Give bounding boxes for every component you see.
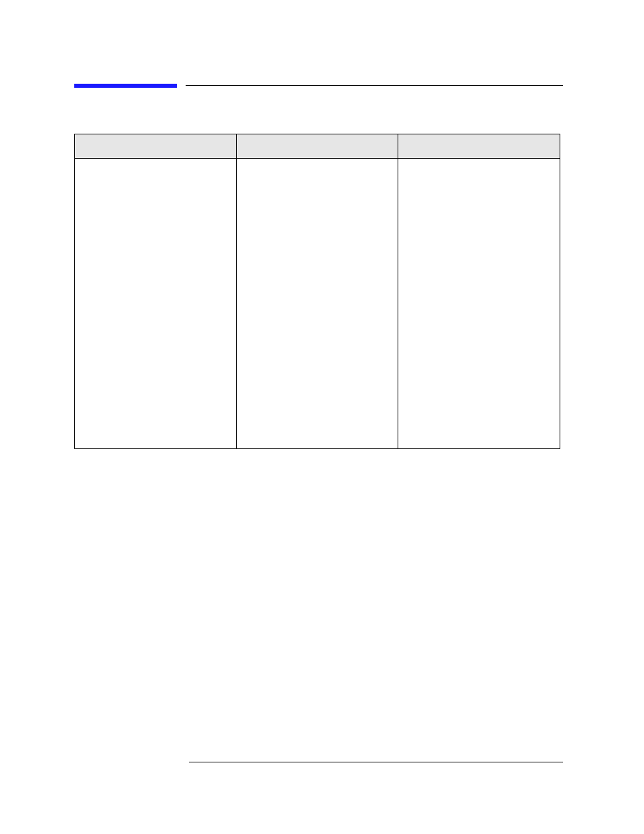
table-header-row (75, 134, 560, 159)
header-thin-rule (186, 85, 563, 86)
footer-rule (189, 762, 563, 762)
table-cell (75, 159, 237, 449)
content-table (74, 134, 560, 449)
header-accent-bar (74, 84, 177, 88)
table-cell (236, 159, 398, 449)
document-page (0, 0, 644, 834)
table-header-cell (398, 134, 560, 159)
table-header-cell (236, 134, 398, 159)
header-rule (74, 84, 563, 89)
table-header-cell (75, 134, 237, 159)
table-cell (398, 159, 560, 449)
table-row (75, 159, 560, 449)
